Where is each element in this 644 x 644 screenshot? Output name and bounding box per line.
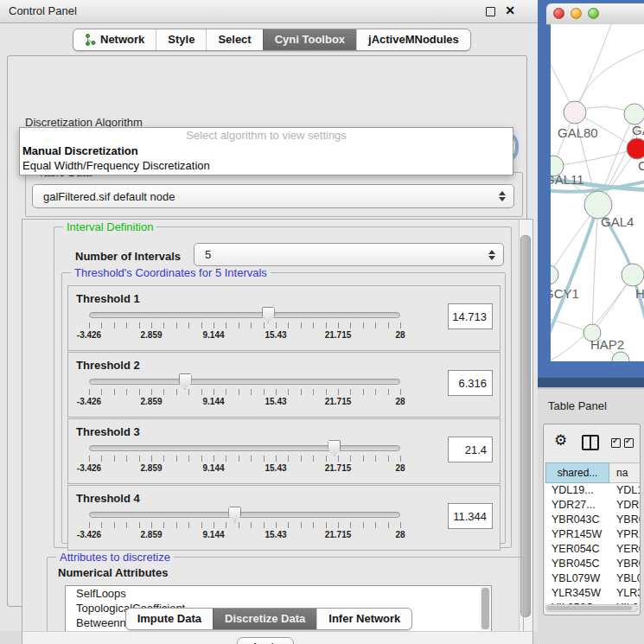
cell[interactable]: YBR0 [609, 557, 641, 571]
list-item[interactable]: SelfLoops [66, 586, 491, 601]
popup-option-equal-width[interactable]: Equal Width/Frequency Discretization [20, 158, 513, 173]
cyni-bottom-tabs: Impute Data Discretize Data Infer Networ… [0, 608, 538, 630]
control-panel: Control Panel ✕ Network Style Select Cyn… [0, 0, 538, 631]
tick-label: -3.426 [67, 397, 111, 406]
tick-label: 15.43 [254, 530, 297, 539]
table-row[interactable]: YER054CYER0 [545, 542, 641, 557]
threshold-2-panel: Threshold 2 -3.426 2.859 9.144 15.43 [67, 352, 501, 418]
float-window-icon[interactable] [486, 7, 495, 16]
algorithm-popup: Select algorithm to view settings Manual… [19, 127, 513, 175]
node-gal80 [564, 101, 586, 124]
tab-network-label: Network [100, 29, 144, 50]
node-label-gal4: GAL4 [601, 214, 634, 229]
scrollbar-thumb[interactable] [547, 606, 632, 610]
threshold-2-label: Threshold 2 [76, 359, 140, 372]
node-label-ga-partial: GA [632, 123, 644, 137]
cell[interactable]: YPR145W [545, 527, 609, 542]
table-row[interactable]: YDR27...YDR2 [545, 498, 641, 513]
slider-ticks [89, 522, 401, 528]
zoom-traffic-light-icon[interactable] [588, 8, 599, 19]
num-intervals-label: Number of Intervals [75, 250, 181, 263]
cell[interactable]: YDL1 [609, 483, 641, 498]
network-canvas[interactable]: GAL80 GA C GAL11 GAL4 GCY1 H HAP2 [551, 24, 644, 361]
checkbox-icon[interactable] [611, 438, 621, 448]
cell[interactable]: YER0 [609, 542, 641, 557]
table-row[interactable]: YLR345WYLR3 [545, 586, 641, 601]
threshold-4-slider[interactable]: -3.426 2.859 9.144 15.43 21.715 28 [89, 510, 400, 545]
slider-thumb[interactable] [262, 307, 275, 323]
cell[interactable]: YBR043C [545, 513, 609, 527]
cell[interactable]: YBR045C [545, 557, 609, 571]
slider-thumb[interactable] [228, 507, 241, 523]
table-body[interactable]: YDL19...YDL1 YDR27...YDR2 YBR043CYBR0 YP… [545, 483, 641, 604]
slider-thumb[interactable] [328, 440, 341, 456]
tab-discretize-data[interactable]: Discretize Data [213, 609, 316, 629]
threshold-coordinates-group: Threshold's Coordinates for 5 Intervals … [61, 272, 506, 544]
threshold-3-slider[interactable]: -3.426 2.859 9.144 15.43 21.715 28 [89, 443, 400, 478]
tab-select[interactable]: Select [206, 29, 262, 50]
cell[interactable]: YDR27... [545, 498, 609, 513]
threshold-4-value-field[interactable]: 11.344 [448, 503, 493, 529]
cell[interactable]: YER054C [545, 542, 609, 557]
application-root: Control Panel ✕ Network Style Select Cyn… [0, 0, 644, 644]
tab-style-label: Style [168, 29, 194, 50]
tick-label: 28 [379, 530, 422, 539]
slider-track[interactable] [89, 379, 400, 385]
tick-label: 21.715 [316, 463, 360, 473]
tab-infer-network[interactable]: Infer Network [316, 609, 411, 629]
column-header-name[interactable]: na [609, 462, 641, 483]
tab-network[interactable]: Network [73, 29, 156, 50]
cell[interactable]: YBL079W [545, 571, 609, 586]
slider-track[interactable] [89, 512, 400, 518]
cell[interactable]: YBR0 [609, 513, 641, 527]
minimize-traffic-light-icon[interactable] [571, 8, 582, 19]
column-header-shared-name[interactable]: shared... [545, 462, 609, 483]
threshold-3-value-field[interactable]: 21.4 [448, 437, 493, 462]
cell[interactable]: YPR1 [609, 527, 641, 542]
apply-strip: Apply [22, 631, 532, 644]
popup-option-manual-discretization[interactable]: Manual Discretization [20, 143, 513, 158]
tick-label: 28 [379, 397, 422, 406]
slider-track[interactable] [89, 312, 400, 318]
slider-track[interactable] [89, 445, 400, 451]
horizontal-scrollbar[interactable] [545, 604, 638, 612]
table-row[interactable]: YDL19...YDL1 [545, 483, 641, 498]
gear-icon[interactable]: ⚙ [554, 432, 567, 450]
tab-cyni-toolbox[interactable]: Cyni Toolbox [263, 29, 356, 50]
tab-style[interactable]: Style [156, 29, 206, 50]
control-panel-title: Control Panel [9, 4, 77, 17]
threshold-2-slider[interactable]: -3.426 2.859 9.144 15.43 21.715 28 [89, 377, 400, 411]
combo-spinner-icon [488, 250, 495, 260]
threshold-2-value-field[interactable]: 6.316 [448, 370, 493, 396]
num-intervals-combobox[interactable]: 5 [194, 243, 504, 266]
tick-label: 2.859 [130, 530, 173, 539]
slider-thumb[interactable] [179, 373, 192, 390]
threshold-1-slider[interactable]: -3.426 2.859 9.144 15.43 21.715 28 [89, 310, 400, 345]
table-data-combobox[interactable]: galFiltered.sif default node [32, 184, 514, 208]
network-window-titlebar[interactable] [546, 3, 644, 25]
slider-ticks [89, 456, 401, 462]
table-row[interactable]: YBR043CYBR0 [545, 513, 641, 527]
close-icon[interactable]: ✕ [505, 3, 515, 17]
table-row[interactable]: YBR045CYBR0 [545, 557, 641, 571]
tab-impute-data[interactable]: Impute Data [126, 609, 213, 629]
split-columns-icon[interactable] [582, 435, 599, 450]
node-red [627, 138, 644, 159]
cell[interactable]: YLR3 [609, 586, 641, 601]
node-bottom [612, 352, 629, 361]
table-row[interactable]: YBL079WYBL0 [545, 571, 641, 586]
table-row[interactable]: YPR145WYPR1 [545, 527, 641, 542]
threshold-1-value-field[interactable]: 14.713 [448, 303, 493, 329]
cell[interactable]: YBL0 [609, 571, 641, 586]
checkbox-icon[interactable] [624, 438, 634, 448]
slider-tick-labels: -3.426 2.859 9.144 15.43 21.715 28 [89, 463, 400, 474]
tick-label: -3.426 [67, 530, 111, 539]
close-traffic-light-icon[interactable] [553, 8, 564, 19]
apply-button[interactable]: Apply [237, 637, 294, 644]
cell[interactable]: YDL19... [545, 483, 609, 498]
slider-tick-labels: -3.426 2.859 9.144 15.43 21.715 28 [89, 530, 400, 540]
cell[interactable]: YLR345W [545, 586, 609, 601]
tab-jactivemnodules[interactable]: jActiveMNodules [356, 29, 470, 50]
tick-label: 9.144 [192, 397, 235, 406]
cell[interactable]: YDR2 [609, 498, 641, 513]
